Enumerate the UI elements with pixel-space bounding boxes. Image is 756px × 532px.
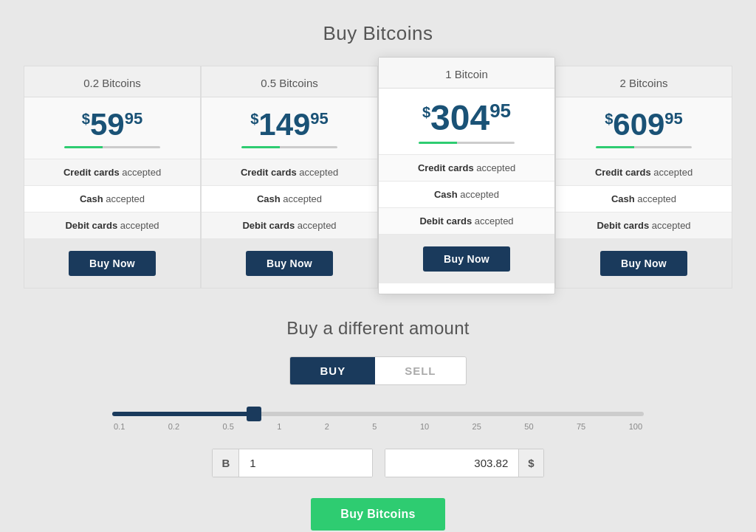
btc-prefix: B (213, 449, 239, 477)
btc-input-group: B (212, 449, 373, 477)
card-feature: Debit cards accepted (24, 213, 200, 239)
buy-bitcoins-button[interactable]: Buy Bitcoins (311, 498, 444, 531)
card-feature: Credit cards accepted (379, 155, 554, 182)
card-feature: Debit cards accepted (379, 208, 554, 235)
card-price: $5995 (32, 109, 193, 140)
card-btn-row: Buy Now (379, 235, 554, 283)
price-divider (419, 142, 515, 144)
pricing-section: 0.2 Bitcoins $5995 Credit cards accepted… (24, 66, 732, 289)
card-btn-row: Buy Now (202, 239, 377, 288)
amount-inputs-row: B $ (24, 449, 732, 477)
buy-now-button-card-2[interactable]: Buy Now (600, 251, 687, 276)
card-price-block: $30495 (379, 89, 554, 155)
page-title: Buy Bitcoins (323, 22, 433, 45)
card-feature: Cash accepted (556, 186, 732, 213)
card-feature: Debit cards accepted (202, 213, 377, 239)
usd-suffix: $ (518, 449, 543, 477)
card-feature: Cash accepted (379, 182, 554, 208)
card-price-block: $5995 (24, 97, 200, 159)
price-divider (596, 146, 693, 148)
card-header: 1 Bitcoin (379, 58, 554, 89)
slider-labels: 0.1 0.2 0.5 1 2 5 10 25 50 75 100 (112, 422, 644, 431)
usd-input[interactable] (385, 449, 518, 477)
btc-input[interactable] (239, 449, 372, 477)
card-btn-row: Buy Now (556, 239, 732, 288)
pricing-card-card-1: 1 Bitcoin $30495 Credit cards accepted C… (378, 57, 555, 294)
price-divider (241, 146, 338, 148)
card-feature: Credit cards accepted (24, 159, 200, 186)
buy-now-button-card-05[interactable]: Buy Now (246, 251, 333, 276)
amount-slider[interactable] (112, 412, 644, 416)
pricing-card-card-02: 0.2 Bitcoins $5995 Credit cards accepted… (24, 66, 201, 289)
card-feature: Debit cards accepted (556, 213, 732, 239)
different-amount-section: Buy a different amount BUY SELL 0.1 0.2 … (24, 318, 732, 531)
pricing-card-card-05: 0.5 Bitcoins $14995 Credit cards accepte… (201, 66, 378, 289)
card-header: 0.5 Bitcoins (202, 66, 377, 97)
section-title: Buy a different amount (24, 318, 732, 339)
amount-slider-container: 0.1 0.2 0.5 1 2 5 10 25 50 75 100 (112, 406, 644, 431)
card-price: $14995 (209, 109, 370, 140)
card-feature: Credit cards accepted (556, 159, 732, 186)
card-feature: Credit cards accepted (202, 159, 377, 186)
buy-now-button-card-1[interactable]: Buy Now (423, 246, 510, 272)
buy-sell-toggle[interactable]: BUY SELL (289, 356, 466, 385)
pricing-card-card-2: 2 Bitcoins $60995 Credit cards accepted … (555, 66, 732, 289)
card-btn-row: Buy Now (24, 239, 200, 288)
card-price-block: $14995 (202, 97, 377, 159)
buy-toggle-button[interactable]: BUY (290, 357, 375, 384)
card-feature: Cash accepted (24, 186, 200, 213)
card-price-block: $60995 (556, 97, 732, 159)
usd-input-group: $ (385, 449, 543, 477)
buy-now-button-card-02[interactable]: Buy Now (69, 251, 156, 276)
card-feature: Cash accepted (202, 186, 377, 213)
card-header: 2 Bitcoins (556, 66, 732, 97)
card-header: 0.2 Bitcoins (24, 66, 200, 97)
card-price: $30495 (386, 100, 547, 136)
price-divider (64, 146, 161, 148)
sell-toggle-button[interactable]: SELL (375, 357, 465, 384)
card-price: $60995 (563, 109, 724, 140)
